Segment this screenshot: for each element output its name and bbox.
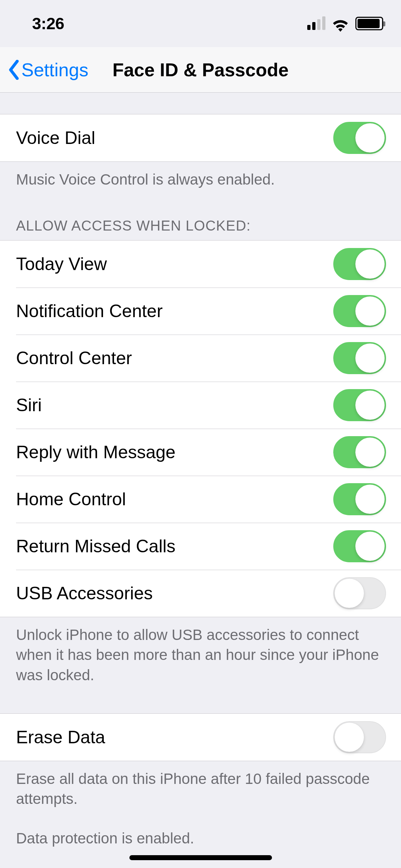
toggle-reply-with-message[interactable] [333, 436, 386, 468]
toggle-today-view[interactable] [333, 248, 386, 280]
row-usb-accessories: USB Accessories [0, 570, 401, 617]
group-allow-access: ALLOW ACCESS WHEN LOCKED: Today View Not… [0, 190, 401, 686]
row-home-control: Home Control [0, 476, 401, 523]
row-label: Notification Center [16, 301, 163, 321]
back-label: Settings [21, 59, 88, 81]
row-return-missed-calls: Return Missed Calls [0, 523, 401, 570]
battery-icon [355, 17, 383, 30]
settings-content: Voice Dial Music Voice Control is always… [0, 93, 401, 849]
toggle-voice-dial[interactable] [333, 122, 386, 154]
group-footer: Music Voice Control is always enabled. [0, 162, 401, 190]
row-label: Control Center [16, 348, 132, 368]
cellular-icon [307, 17, 325, 30]
group-voice-dial: Voice Dial Music Voice Control is always… [0, 93, 401, 190]
toggle-erase-data[interactable] [333, 721, 386, 753]
back-button[interactable]: Settings [8, 59, 88, 81]
row-label: Erase Data [16, 727, 105, 748]
row-notification-center: Notification Center [0, 288, 401, 335]
status-bar: 3:26 [0, 0, 401, 47]
row-label: Reply with Message [16, 442, 175, 463]
status-icons [307, 17, 383, 30]
toggle-notification-center[interactable] [333, 295, 386, 327]
nav-bar: Settings Face ID & Passcode [0, 47, 401, 93]
row-reply-with-message: Reply with Message [0, 429, 401, 476]
chevron-left-icon [8, 60, 20, 80]
group-header: ALLOW ACCESS WHEN LOCKED: [0, 218, 401, 240]
footer-text: Erase all data on this iPhone after 10 f… [16, 769, 385, 809]
home-indicator[interactable] [129, 855, 272, 860]
toggle-usb-accessories[interactable] [333, 577, 386, 609]
toggle-siri[interactable] [333, 389, 386, 421]
wifi-icon [332, 17, 349, 30]
row-siri: Siri [0, 382, 401, 429]
row-label: Return Missed Calls [16, 536, 175, 557]
row-label: USB Accessories [16, 583, 153, 604]
toggle-home-control[interactable] [333, 483, 386, 515]
row-today-view: Today View [0, 241, 401, 288]
toggle-return-missed-calls[interactable] [333, 530, 386, 562]
row-label: Home Control [16, 489, 126, 510]
footer-text: Data protection is enabled. [16, 828, 385, 849]
row-control-center: Control Center [0, 335, 401, 382]
row-erase-data: Erase Data [0, 714, 401, 761]
row-label: Voice Dial [16, 128, 95, 148]
status-time: 3:26 [32, 14, 64, 33]
group-footer: Unlock iPhone to allow USB accessories t… [0, 617, 401, 686]
row-voice-dial: Voice Dial [0, 114, 401, 161]
group-erase-data: Erase Data Erase all data on this iPhone… [0, 686, 401, 849]
group-footer: Erase all data on this iPhone after 10 f… [0, 761, 401, 849]
row-label: Today View [16, 254, 107, 274]
toggle-control-center[interactable] [333, 342, 386, 374]
row-label: Siri [16, 395, 42, 415]
